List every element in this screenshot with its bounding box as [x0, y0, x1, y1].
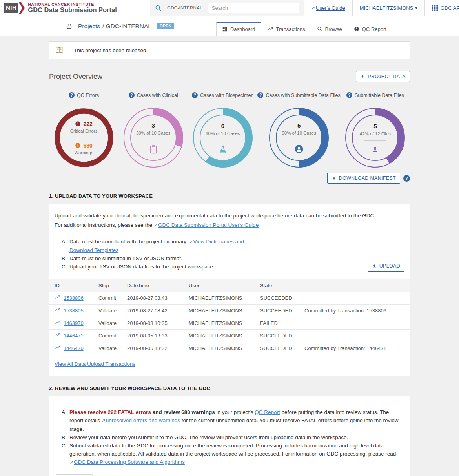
tab-label: Transactions	[276, 26, 305, 32]
upload-icon	[371, 145, 379, 153]
transaction-link[interactable]: 1446470	[64, 345, 84, 351]
state-cell: SUCCEEDED	[258, 342, 302, 355]
step-cell: Validate	[96, 317, 125, 330]
donut-panel-2: Cases with Biospecimen 6 60% of 10 Cases	[188, 92, 257, 170]
donut-chart: 3 30% of 10 Cases	[123, 105, 184, 170]
download-manifest-button[interactable]: DOWNLOAD MANIFEST	[327, 173, 400, 184]
users-guide-link[interactable]: GDC Data Submission Portal User's Guide	[158, 222, 259, 228]
table-row: 1446470 Validate 2019-08-05 13:32 MICHAE…	[49, 342, 410, 355]
help-icon[interactable]	[403, 175, 410, 182]
donut-label: Submittable Data Files	[355, 93, 404, 98]
donut-value: 6	[221, 122, 224, 129]
nih-chevron-icon	[19, 2, 25, 14]
transaction-link[interactable]: 1538805	[64, 308, 84, 314]
download-icon	[332, 176, 337, 181]
flask-icon	[219, 145, 227, 153]
question-icon[interactable]	[69, 92, 75, 98]
gdc-processing-link[interactable]: GDC Data Processing Software and Algorit…	[74, 459, 185, 465]
external-link-icon	[311, 5, 316, 11]
nih-gdc-logo[interactable]: NIH NATIONAL CANCER INSTITUTE GDC Data S…	[0, 0, 150, 16]
donut-center: 5 42% of 12 Files	[344, 105, 406, 170]
note-cell: Committed by Transaction: 1446471	[302, 342, 410, 355]
upload-intro: Upload and validate your clinical, biosp…	[55, 212, 404, 220]
user-cell: MICHAELFITZSIMONS	[186, 330, 258, 342]
project-name: / GDC-INTERNAL	[102, 23, 151, 30]
donut-chart: 5 42% of 12 Files	[344, 105, 406, 170]
question-icon[interactable]	[192, 92, 198, 98]
step-cell: Validate	[96, 342, 125, 355]
donut-caption: 30% of 10 Cases	[136, 131, 171, 135]
question-icon[interactable]	[129, 92, 135, 98]
alert-icon	[354, 26, 359, 32]
upload-button[interactable]: UPLOAD	[368, 261, 404, 272]
step-cell: Validate	[96, 305, 125, 317]
state-cell: SUCCEEDED	[258, 305, 302, 317]
transaction-link[interactable]: 1463970	[64, 320, 84, 326]
column-header: Step	[96, 279, 125, 292]
donut-chart: 6 60% of 10 Cases	[192, 105, 253, 170]
download-icon	[360, 74, 365, 79]
donut-center: 6 60% of 10 Cases	[192, 105, 253, 170]
donut-chart: 5 50% of 10 Cases	[268, 105, 330, 170]
unlock-icon	[66, 23, 73, 30]
datetime-cell: 2019-08-08 10:35	[125, 317, 186, 330]
user-cell: MICHAELFITZSIMONS	[186, 292, 258, 305]
project-data-button[interactable]: PROJECT DATA	[356, 71, 410, 82]
search-input[interactable]	[208, 3, 299, 13]
page-title: Project Overview	[49, 73, 102, 81]
question-icon[interactable]	[346, 92, 352, 98]
tab-browse[interactable]: Browse	[311, 22, 348, 36]
donut-label: Cases with Biospecimen	[200, 93, 253, 98]
upload-instructions: For additional instructions, please see …	[55, 221, 404, 230]
upload-steps-list: A.Data must be compliant with the projec…	[62, 237, 262, 271]
tab-label: Dashboard	[230, 26, 255, 32]
review-card: A. Please resolve 222 FATAL errors and r…	[49, 396, 410, 476]
table-row: 1538805 Validate 2019-08-27 08:42 MICHAE…	[49, 305, 410, 317]
release-notice: This project has been released.	[49, 41, 410, 59]
donut-label: QC Errors	[77, 93, 99, 98]
list-item: C.Upload your TSV or JSON data files to …	[62, 263, 262, 271]
gdc-apps-button[interactable]: GDC APPS	[424, 0, 459, 16]
note-cell	[302, 292, 410, 305]
tab-transactions[interactable]: Transactions	[261, 22, 311, 36]
dashboard-icon	[222, 27, 228, 32]
column-header: User	[186, 279, 258, 292]
unresolved-errors-link[interactable]: unresolved errors and warnings	[106, 418, 180, 423]
tab-dashboard[interactable]: Dashboard	[216, 22, 261, 36]
transaction-link[interactable]: 1446471	[64, 333, 84, 339]
trend-icon	[55, 307, 61, 314]
upload-icon	[372, 264, 377, 269]
app-title: GDC Data Submission Portal	[28, 7, 117, 13]
user-menu[interactable]: MICHAELFITZSIMONS	[352, 0, 424, 16]
qc-report-link[interactable]: QC Report	[255, 409, 280, 415]
state-cell: SUCCEEDED	[258, 292, 302, 305]
users-guide-item: User's Guide	[304, 0, 352, 16]
donut-chart: 222 Critical Errors 680 Warnings	[53, 105, 115, 170]
section1-heading: 1. UPLOAD DATA TO YOUR WORKSPACE	[49, 193, 410, 199]
transaction-link[interactable]: 1538806	[64, 295, 84, 301]
review-button[interactable]: REVIEW	[56, 474, 93, 476]
note-cell	[302, 330, 410, 342]
donut-caption: 42% of 12 Files	[360, 131, 391, 136]
donut-panel-1: Cases with Clinical 3 30% of 10 Cases	[118, 92, 188, 170]
tab-qc-report[interactable]: QC Report	[348, 22, 392, 36]
donut-panel-0: QC Errors 222 Critical Errors 680 Warnin…	[49, 92, 118, 170]
donut-value: 3	[152, 122, 155, 129]
user-cell: MICHAELFITZSIMONS	[186, 305, 258, 317]
stat-caption: Critical Errors	[70, 129, 98, 133]
view-all-transactions-link[interactable]: View All Data Upload Transactions	[55, 361, 135, 367]
question-icon[interactable]	[257, 92, 263, 98]
external-link-icon	[102, 418, 106, 423]
table-row: 1463970 Validate 2019-08-08 10:35 MICHAE…	[49, 317, 410, 330]
table-row: 1446471 Commit 2019-08-05 13:33 MICHAELF…	[49, 330, 410, 342]
list-item: B. Review your data before you submit it…	[62, 433, 403, 441]
tab-label: Browse	[325, 26, 342, 32]
donut-value: 5	[373, 123, 377, 129]
projects-link[interactable]: Projects	[78, 23, 100, 30]
critical-errors-stat: 222	[75, 121, 92, 127]
users-guide-link[interactable]: User's Guide	[316, 5, 345, 11]
stat-caption: Warnings	[75, 150, 93, 155]
warnings-stat: 680	[75, 142, 92, 149]
donut-center: 5 50% of 10 Cases	[268, 105, 330, 170]
donut-value: 5	[297, 122, 301, 129]
